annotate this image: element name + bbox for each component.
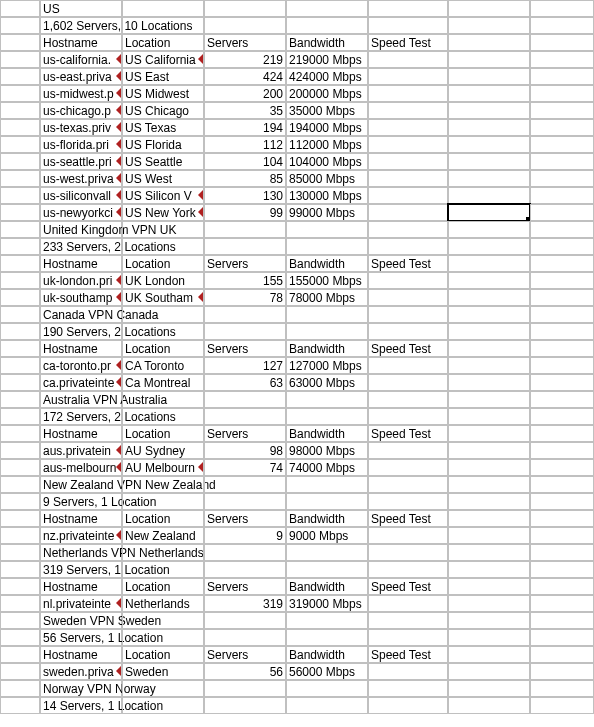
cell-c[interactable]: US West <box>122 170 204 187</box>
spreadsheet-grid[interactable]: US1,602 Servers, 10 LocationsHostnameLoc… <box>0 0 594 714</box>
cell-d[interactable]: Servers <box>204 34 286 51</box>
cell-d[interactable] <box>204 493 286 510</box>
cell-b[interactable]: nl.privateinte <box>40 595 122 612</box>
cell-h[interactable] <box>530 459 594 476</box>
cell-c[interactable] <box>122 238 204 255</box>
cell-g[interactable] <box>448 374 530 391</box>
cell-e[interactable]: 319000 Mbps <box>286 595 368 612</box>
cell-e[interactable]: 35000 Mbps <box>286 102 368 119</box>
cell-b[interactable]: us-east.priva <box>40 68 122 85</box>
cell-a[interactable] <box>0 527 40 544</box>
cell-b[interactable]: 56 Servers, 1 Location <box>40 629 122 646</box>
cell-c[interactable]: Location <box>122 646 204 663</box>
cell-b[interactable]: 190 Servers, 2 Locations <box>40 323 122 340</box>
cell-e[interactable] <box>286 323 368 340</box>
cell-h[interactable] <box>530 629 594 646</box>
cell-b[interactable]: Canada VPN Canada <box>40 306 122 323</box>
cell-a[interactable] <box>0 680 40 697</box>
cell-g[interactable] <box>448 561 530 578</box>
cell-g[interactable] <box>448 0 530 17</box>
cell-g[interactable] <box>448 680 530 697</box>
cell-e[interactable]: 200000 Mbps <box>286 85 368 102</box>
cell-c[interactable] <box>122 612 204 629</box>
cell-g[interactable] <box>448 153 530 170</box>
cell-g[interactable] <box>448 102 530 119</box>
cell-f[interactable]: Speed Test <box>368 425 448 442</box>
cell-f[interactable] <box>368 102 448 119</box>
cell-a[interactable] <box>0 391 40 408</box>
cell-d[interactable]: 127 <box>204 357 286 374</box>
cell-c[interactable] <box>122 680 204 697</box>
cell-b[interactable]: us-california. <box>40 51 122 68</box>
cell-f[interactable] <box>368 544 448 561</box>
cell-b[interactable]: us-chicago.p <box>40 102 122 119</box>
cell-c[interactable] <box>122 629 204 646</box>
cell-h[interactable] <box>530 51 594 68</box>
cell-h[interactable] <box>530 340 594 357</box>
cell-d[interactable] <box>204 612 286 629</box>
cell-h[interactable] <box>530 17 594 34</box>
cell-f[interactable] <box>368 612 448 629</box>
cell-h[interactable] <box>530 527 594 544</box>
cell-a[interactable] <box>0 323 40 340</box>
cell-e[interactable] <box>286 544 368 561</box>
cell-f[interactable] <box>368 459 448 476</box>
cell-a[interactable] <box>0 493 40 510</box>
cell-f[interactable] <box>368 357 448 374</box>
cell-a[interactable] <box>0 153 40 170</box>
cell-g[interactable] <box>448 629 530 646</box>
cell-g[interactable] <box>448 425 530 442</box>
cell-h[interactable] <box>530 221 594 238</box>
cell-g[interactable] <box>448 697 530 714</box>
cell-h[interactable] <box>530 0 594 17</box>
cell-d[interactable] <box>204 17 286 34</box>
cell-e[interactable]: Bandwidth <box>286 425 368 442</box>
cell-a[interactable] <box>0 255 40 272</box>
cell-e[interactable]: 112000 Mbps <box>286 136 368 153</box>
cell-e[interactable] <box>286 408 368 425</box>
cell-b[interactable]: Hostname <box>40 578 122 595</box>
cell-g[interactable] <box>448 221 530 238</box>
cell-e[interactable]: Bandwidth <box>286 34 368 51</box>
cell-h[interactable] <box>530 289 594 306</box>
cell-b[interactable]: Norway VPN Norway <box>40 680 122 697</box>
cell-f[interactable]: Speed Test <box>368 255 448 272</box>
cell-d[interactable]: 63 <box>204 374 286 391</box>
cell-h[interactable] <box>530 561 594 578</box>
cell-c[interactable]: CA Toronto <box>122 357 204 374</box>
cell-e[interactable]: 424000 Mbps <box>286 68 368 85</box>
cell-f[interactable] <box>368 561 448 578</box>
cell-b[interactable]: 233 Servers, 2 Locations <box>40 238 122 255</box>
cell-d[interactable] <box>204 221 286 238</box>
cell-h[interactable] <box>530 442 594 459</box>
cell-g[interactable] <box>448 136 530 153</box>
cell-g[interactable] <box>448 340 530 357</box>
cell-h[interactable] <box>530 136 594 153</box>
cell-f[interactable] <box>368 221 448 238</box>
cell-a[interactable] <box>0 595 40 612</box>
cell-g[interactable] <box>448 306 530 323</box>
cell-f[interactable] <box>368 306 448 323</box>
cell-e[interactable] <box>286 306 368 323</box>
cell-a[interactable] <box>0 612 40 629</box>
cell-g[interactable] <box>448 578 530 595</box>
cell-g[interactable] <box>448 51 530 68</box>
cell-h[interactable] <box>530 646 594 663</box>
cell-e[interactable]: 127000 Mbps <box>286 357 368 374</box>
cell-a[interactable] <box>0 68 40 85</box>
cell-e[interactable]: Bandwidth <box>286 255 368 272</box>
cell-g[interactable] <box>448 170 530 187</box>
cell-h[interactable] <box>530 323 594 340</box>
cell-a[interactable] <box>0 51 40 68</box>
cell-g[interactable] <box>448 323 530 340</box>
cell-f[interactable] <box>368 119 448 136</box>
cell-c[interactable]: US Texas <box>122 119 204 136</box>
cell-e[interactable]: Bandwidth <box>286 510 368 527</box>
cell-e[interactable]: 74000 Mbps <box>286 459 368 476</box>
cell-b[interactable]: 14 Servers, 1 Location <box>40 697 122 714</box>
cell-b[interactable]: aus.privatein <box>40 442 122 459</box>
cell-g[interactable] <box>448 595 530 612</box>
cell-c[interactable]: AU Sydney <box>122 442 204 459</box>
cell-a[interactable] <box>0 102 40 119</box>
cell-f[interactable] <box>368 136 448 153</box>
